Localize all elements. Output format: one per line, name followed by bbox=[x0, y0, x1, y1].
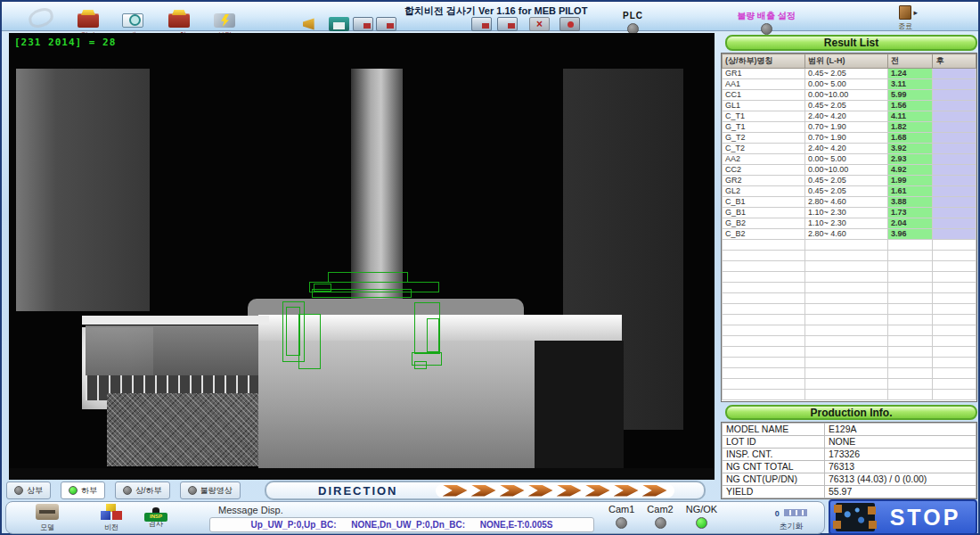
result-empty-cell bbox=[804, 325, 887, 336]
result-empty-row bbox=[723, 336, 976, 347]
result-cell: 3.11 bbox=[887, 79, 933, 90]
indicator-label: Cam1 bbox=[608, 504, 634, 514]
result-row[interactable]: C_T12.40~ 4.204.11 bbox=[723, 111, 976, 122]
result-empty-cell bbox=[804, 304, 887, 315]
result-cell: 0.70~ 1.90 bbox=[804, 122, 887, 133]
inspect-button[interactable]: 검사 bbox=[136, 504, 176, 528]
toolbar: 결과 그래프 조회 설정 × 합치비전 검사기 Ver 1.16 for MEB… bbox=[2, 2, 978, 31]
result-column-header: 범위 (L-H) bbox=[804, 54, 887, 69]
result-cell: 2.93 bbox=[887, 154, 933, 165]
result-cell: 0.70~ 1.90 bbox=[804, 133, 887, 144]
result-empty-row bbox=[723, 379, 976, 390]
result-row[interactable]: CC10.00~10.005.99 bbox=[723, 90, 976, 101]
result-row[interactable]: AA10.00~ 5.003.11 bbox=[723, 79, 976, 90]
close-red-x-icon[interactable]: × bbox=[529, 17, 550, 31]
app-title: 합치비전 검사기 Ver 1.16 for MEB PILOT bbox=[404, 4, 587, 18]
production-row: INSP. CNT.173326 bbox=[723, 449, 976, 461]
model-icon bbox=[36, 504, 59, 520]
production-value: 76313 bbox=[825, 461, 976, 473]
result-empty-cell bbox=[933, 368, 976, 379]
monitor-save-icon-2[interactable] bbox=[497, 17, 518, 31]
result-cell bbox=[933, 154, 976, 165]
counter-zero: 0 bbox=[775, 509, 780, 518]
indicator-label: Cam2 bbox=[647, 504, 673, 514]
result-empty-cell bbox=[933, 325, 976, 336]
result-cell: 5.99 bbox=[887, 90, 933, 101]
view-tab-3[interactable]: 상/하부 bbox=[115, 482, 170, 499]
model-button[interactable]: 모델 bbox=[28, 504, 67, 531]
indicator-cam2: Cam2 bbox=[647, 504, 673, 532]
result-empty-cell bbox=[887, 368, 933, 379]
camera-image-view[interactable]: [231 2014] = 28 bbox=[9, 33, 715, 480]
direction-arrow-icon bbox=[585, 485, 610, 497]
result-cell: G_B2 bbox=[723, 218, 805, 229]
indicator-cam1: Cam1 bbox=[608, 504, 634, 532]
tab-label: 상부 bbox=[27, 485, 43, 497]
image-overlay-text: [231 2014] = 28 bbox=[14, 37, 116, 48]
view-tab-2[interactable]: 하부 bbox=[61, 482, 105, 499]
result-row[interactable]: G_T20.70~ 1.901.68 bbox=[723, 133, 976, 144]
camera-icon[interactable] bbox=[559, 17, 580, 31]
result-table: (상/하부)명칭범위 (L-H)전후 GR10.45~ 2.051.24AA10… bbox=[722, 54, 976, 400]
reset-counter-button[interactable]: 0 초기화 bbox=[765, 504, 817, 532]
stop-button[interactable]: STOP bbox=[829, 499, 977, 535]
result-empty-row bbox=[723, 251, 976, 261]
result-row[interactable]: C_B22.80~ 4.603.96 bbox=[723, 229, 976, 240]
result-cell: GL2 bbox=[723, 186, 805, 197]
view-tab-1[interactable]: 상부 bbox=[6, 482, 51, 499]
exit-button[interactable]: 종료 bbox=[891, 5, 919, 30]
result-empty-cell bbox=[887, 336, 933, 347]
result-row[interactable]: GR20.45~ 2.051.99 bbox=[723, 176, 976, 186]
direction-arrow-icon bbox=[471, 485, 496, 497]
result-cell bbox=[933, 133, 976, 144]
inspect-icon bbox=[144, 513, 167, 522]
ng-eject-setting[interactable]: 불량 배출 설정 bbox=[722, 6, 811, 38]
result-empty-cell bbox=[723, 272, 805, 283]
result-row[interactable]: C_T22.40~ 4.203.92 bbox=[723, 144, 976, 154]
vision-button[interactable]: 비전 bbox=[92, 504, 131, 531]
save-floppy-icon[interactable] bbox=[329, 17, 349, 31]
megaphone-icon[interactable] bbox=[303, 17, 323, 31]
result-empty-cell bbox=[723, 390, 805, 400]
result-empty-cell bbox=[804, 315, 887, 325]
result-cell bbox=[933, 101, 976, 111]
result-cell: C_B2 bbox=[723, 229, 805, 240]
result-cell: 4.11 bbox=[887, 111, 933, 122]
production-value: 76313 (44.03) / 0 (0.00) bbox=[825, 473, 976, 486]
result-empty-cell bbox=[887, 379, 933, 390]
app-logo-icon bbox=[27, 6, 55, 30]
result-row[interactable]: G_B11.10~ 2.301.73 bbox=[723, 208, 976, 218]
indicator-led-icon bbox=[616, 517, 627, 529]
view-tab-4[interactable]: 불량영상 bbox=[180, 482, 241, 499]
result-row[interactable]: AA20.00~ 5.002.93 bbox=[723, 154, 976, 165]
monitor-save-icon-1[interactable] bbox=[471, 17, 492, 31]
result-row[interactable]: CC20.00~10.004.92 bbox=[723, 165, 976, 176]
result-row[interactable]: GL20.45~ 2.051.61 bbox=[723, 186, 976, 197]
result-row[interactable]: C_B12.80~ 4.603.88 bbox=[723, 197, 976, 208]
capture-screen-icon-1[interactable] bbox=[353, 17, 373, 31]
result-empty-cell bbox=[887, 390, 933, 400]
result-cell: 3.88 bbox=[887, 197, 933, 208]
result-row[interactable]: GR10.45~ 2.051.24 bbox=[723, 69, 976, 79]
result-row[interactable]: G_B21.10~ 2.302.04 bbox=[723, 218, 976, 229]
result-cell bbox=[933, 122, 976, 133]
production-info-panel: MODEL NAMEE129ALOT IDNONEINSP. CNT.17332… bbox=[721, 422, 977, 499]
tab-label: 불량영상 bbox=[200, 485, 233, 497]
result-list-panel[interactable]: (상/하부)명칭범위 (L-H)전후 GR10.45~ 2.051.24AA10… bbox=[721, 53, 977, 402]
result-cell: 0.45~ 2.05 bbox=[804, 186, 887, 197]
result-row[interactable]: G_T10.70~ 1.901.82 bbox=[723, 122, 976, 133]
capture-screen-icon-2[interactable] bbox=[376, 17, 396, 31]
production-row: LOT IDNONE bbox=[723, 436, 976, 449]
result-empty-cell bbox=[804, 379, 887, 390]
result-cell: GR1 bbox=[723, 69, 805, 79]
result-empty-cell bbox=[933, 336, 976, 347]
production-value: E129A bbox=[825, 424, 976, 436]
result-empty-cell bbox=[723, 261, 805, 272]
result-cell: 3.92 bbox=[887, 144, 933, 154]
result-row[interactable]: GL10.45~ 2.051.56 bbox=[723, 101, 976, 111]
result-cell: G_T1 bbox=[723, 122, 805, 133]
vision-button-label: 비전 bbox=[92, 524, 131, 531]
tab-led-icon bbox=[69, 486, 78, 495]
model-button-label: 모델 bbox=[28, 524, 67, 531]
result-cell bbox=[933, 229, 976, 240]
